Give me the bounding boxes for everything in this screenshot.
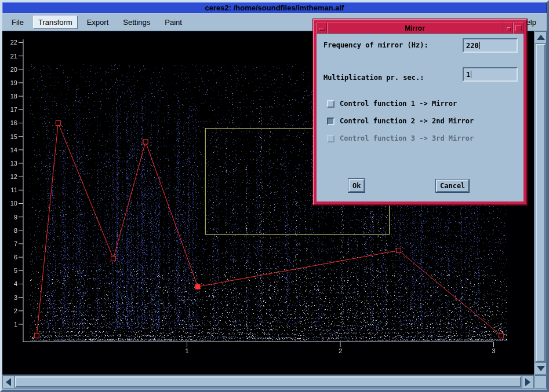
x-tick-label: 1 [181,347,193,354]
y-tick-label: 9 [3,214,17,221]
checkbox-indicator [327,135,335,142]
dialog-body: Frequency of mirror (Hz): 220 Multiplica… [317,34,523,202]
menu-item-file[interactable]: File [6,16,29,29]
y-tick-label: 4 [3,280,17,287]
dialog-maximize-button[interactable] [513,23,523,34]
y-tick-label: 11 [3,186,17,193]
frequency-label: Frequency of mirror (Hz): [323,41,428,49]
scroll-left-button[interactable] [3,376,14,388]
y-tick-label: 3 [3,294,17,301]
checkbox-indicator[interactable] [327,118,335,125]
window-titlebar[interactable]: ceres2: /home/soundfiles/imtheman.aif [2,2,547,13]
horizontal-scrollbar-trough[interactable] [14,376,522,388]
y-tick-label: 13 [3,160,17,167]
vertical-scrollbar-trough[interactable] [535,43,546,362]
y-tick-label: 12 [3,173,17,180]
frequency-input[interactable]: 220 [463,38,518,53]
maximize-icon [515,25,522,31]
checkbox-control-function-3: Control function 3 -> 3rd Mirror [327,134,474,142]
y-tick-label: 5 [3,267,17,274]
checkbox-control-function-1[interactable]: Control function 1 -> Mirror [327,100,457,108]
text-cursor [471,71,471,78]
dialog-minimize-button[interactable] [503,23,513,34]
menu-item-paint[interactable]: Paint [159,16,187,29]
checkbox-label: Control function 1 -> Mirror [340,100,457,108]
app-window: { "window": { "title": "ceres2: /home/so… [0,0,549,392]
checkbox-label: Control function 3 -> 3rd Mirror [340,134,474,142]
mirror-dialog: Mirror Frequency of mirror (Hz): 220 Mul… [313,19,527,205]
y-tick-label: 1 [3,321,17,328]
text-cursor [479,42,480,49]
frequency-value: 220 [466,42,479,50]
cancel-button[interactable]: Cancel [436,179,469,192]
y-tick-label: 16 [3,119,17,126]
y-tick-label: 7 [3,240,17,247]
menu-item-transform[interactable]: Transform [33,16,78,29]
checkbox-label: Control function 2 -> 2nd Mirror [340,117,474,125]
y-tick-label: 2 [3,307,17,314]
y-tick-label: 20 [3,66,17,73]
horizontal-scrollbar[interactable] [2,375,534,389]
multiplication-label: Multiplication pr. sec.: [323,74,424,82]
checkbox-indicator[interactable] [327,100,335,108]
y-tick-label: 14 [3,146,17,153]
scroll-down-button[interactable] [535,362,546,374]
arrow-left-icon [6,378,11,386]
horizontal-scrollbar-thumb[interactable] [15,376,521,387]
window-menu-icon [319,28,325,31]
scroll-right-button[interactable] [522,376,533,388]
y-tick-label: 17 [3,106,17,113]
multiplication-value: 1 [466,71,470,79]
x-tick-label: 3 [488,347,500,354]
arrow-up-icon [537,35,545,40]
dialog-titlebar[interactable]: Mirror [317,23,523,34]
y-tick-label: 21 [3,53,17,60]
scroll-up-button[interactable] [535,32,546,43]
y-tick-label: 8 [3,227,17,234]
x-tick-label: 2 [335,347,346,354]
dialog-window-menu-button[interactable] [317,23,327,34]
y-tick-label: 22 [3,39,17,46]
arrow-right-icon [525,378,530,386]
ok-button[interactable]: Ok [348,179,365,192]
checkbox-control-function-2[interactable]: Control function 2 -> 2nd Mirror [327,117,474,125]
arrow-down-icon [537,366,545,371]
menu-items: FileTransformExportSettingsPaint [2,16,187,29]
vertical-scrollbar-thumb[interactable] [536,44,546,362]
minimize-icon [507,27,511,31]
y-tick-label: 6 [3,254,17,261]
dialog-title: Mirror [405,24,425,32]
menu-item-settings[interactable]: Settings [118,16,155,29]
y-tick-label: 15 [3,133,17,140]
y-tick-label: 19 [3,79,17,86]
y-tick-label: 18 [3,93,17,100]
window-title: ceres2: /home/soundfiles/imtheman.aif [205,3,344,12]
menu-item-export[interactable]: Export [82,16,114,29]
y-tick-label: 10 [3,200,17,207]
vertical-scrollbar[interactable] [535,31,547,375]
scrollbar-corner [535,375,547,389]
multiplication-input[interactable]: 1 [463,67,518,82]
